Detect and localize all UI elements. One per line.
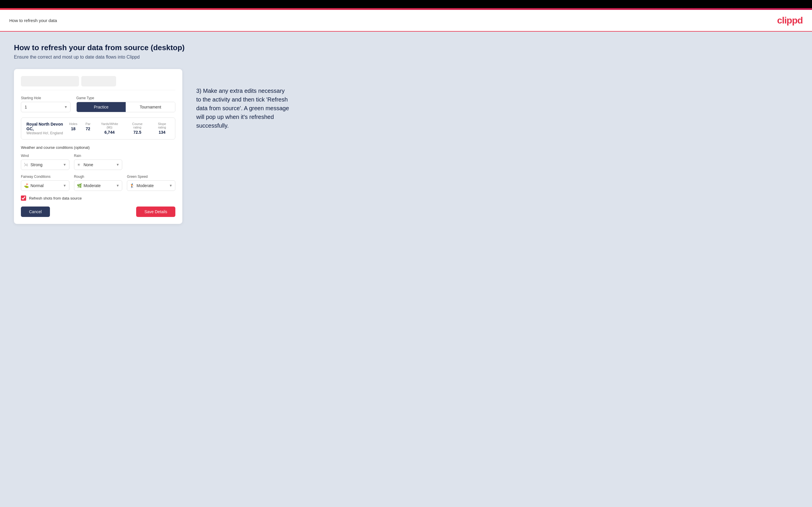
rain-select-wrapper: ☀ None ▼ — [74, 160, 122, 170]
course-name-location: Royal North Devon GC, Westward Ho!, Engl… — [27, 122, 69, 135]
page-subtitle: Ensure the correct and most up to date d… — [14, 55, 798, 60]
side-note-text: 3) Make any extra edits necessary to the… — [196, 87, 289, 130]
tournament-button[interactable]: Tournament — [126, 102, 175, 112]
wind-label: Wind — [21, 154, 69, 158]
holes-value: 18 — [71, 126, 76, 131]
game-type-buttons: Practice Tournament — [77, 102, 175, 112]
par-stat: Par 72 — [85, 122, 90, 135]
side-note: 3) Make any extra edits necessary to the… — [196, 69, 289, 130]
green-speed-select[interactable]: Moderate — [127, 180, 175, 191]
wind-group: Wind 🌬 Strong ▼ — [21, 154, 69, 170]
tab-placeholder-2 — [81, 76, 116, 87]
par-label: Par — [85, 122, 90, 126]
starting-hole-label: Starting Hole — [21, 96, 70, 100]
header-title: How to refresh your data — [9, 18, 57, 23]
rough-group: Rough 🌿 Moderate ▼ — [74, 175, 122, 191]
slope-rating-label: Slope rating — [154, 122, 170, 129]
course-stats: Holes 18 Par 72 Yards/White (M)) 6,744 C… — [69, 122, 170, 135]
course-rating-value: 72.5 — [133, 130, 141, 134]
starting-hole-wrapper: 1 ▼ — [21, 102, 70, 112]
rough-select[interactable]: Moderate — [74, 180, 122, 191]
rain-group: Rain ☀ None ▼ — [74, 154, 122, 170]
buttons-row: Cancel Save Details — [21, 207, 175, 217]
fairway-select[interactable]: Normal — [21, 180, 69, 191]
content-area: Starting Hole 1 ▼ Game Type Practice Tou… — [14, 69, 798, 224]
rough-label: Rough — [74, 175, 122, 179]
fairway-select-wrapper: ⛳ Normal ▼ — [21, 180, 69, 191]
course-info-box: Royal North Devon GC, Westward Ho!, Engl… — [21, 117, 175, 139]
course-rating-stat: Course rating 72.5 — [129, 122, 146, 135]
slope-rating-value: 134 — [158, 130, 165, 134]
form-card: Starting Hole 1 ▼ Game Type Practice Tou… — [14, 69, 182, 224]
yards-label: Yards/White (M)) — [99, 122, 120, 129]
tab-placeholder-1 — [21, 76, 79, 87]
cancel-button[interactable]: Cancel — [21, 207, 50, 217]
rough-select-wrapper: 🌿 Moderate ▼ — [74, 180, 122, 191]
yards-value: 6,744 — [104, 130, 115, 134]
starting-hole-group: Starting Hole 1 ▼ — [21, 96, 70, 112]
fairway-group: Fairway Conditions ⛳ Normal ▼ — [21, 175, 69, 191]
save-button[interactable]: Save Details — [136, 207, 175, 217]
green-speed-label: Green Speed — [127, 175, 175, 179]
course-name: Royal North Devon GC, — [27, 122, 69, 131]
green-speed-group: Green Speed 🏌 Moderate ▼ — [127, 175, 175, 191]
header: How to refresh your data clippd — [0, 10, 812, 32]
refresh-label[interactable]: Refresh shots from data source — [29, 196, 82, 201]
slope-rating-stat: Slope rating 134 — [154, 122, 170, 135]
wind-select[interactable]: Strong — [21, 160, 69, 170]
fairway-label: Fairway Conditions — [21, 175, 69, 179]
game-type-group: Game Type Practice Tournament — [77, 96, 175, 112]
holes-stat: Holes 18 — [69, 122, 77, 135]
starting-hole-game-type-row: Starting Hole 1 ▼ Game Type Practice Tou… — [21, 96, 175, 112]
green-speed-select-wrapper: 🏌 Moderate ▼ — [127, 180, 175, 191]
holes-label: Holes — [69, 122, 77, 126]
par-value: 72 — [86, 126, 90, 131]
weather-section-title: Weather and course conditions (optional) — [21, 145, 175, 150]
practice-button[interactable]: Practice — [77, 102, 126, 112]
rain-select[interactable]: None — [74, 160, 122, 170]
rain-label: Rain — [74, 154, 122, 158]
fairway-rough-green-row: Fairway Conditions ⛳ Normal ▼ Rough 🌿 — [21, 175, 175, 191]
starting-hole-select[interactable]: 1 — [21, 102, 70, 112]
refresh-checkbox[interactable] — [21, 195, 26, 201]
course-rating-label: Course rating — [129, 122, 146, 129]
page-title: How to refresh your data from source (de… — [14, 43, 798, 52]
game-type-label: Game Type — [77, 96, 175, 100]
top-tabs — [21, 76, 175, 90]
wind-select-wrapper: 🌬 Strong ▼ — [21, 160, 69, 170]
refresh-checkbox-row: Refresh shots from data source — [21, 195, 175, 201]
logo: clippd — [777, 15, 803, 26]
course-location: Westward Ho!, England — [27, 131, 69, 135]
yards-stat: Yards/White (M)) 6,744 — [99, 122, 120, 135]
wind-rain-row: Wind 🌬 Strong ▼ Rain ☀ None — [21, 154, 175, 170]
main-content: How to refresh your data from source (de… — [0, 32, 812, 507]
